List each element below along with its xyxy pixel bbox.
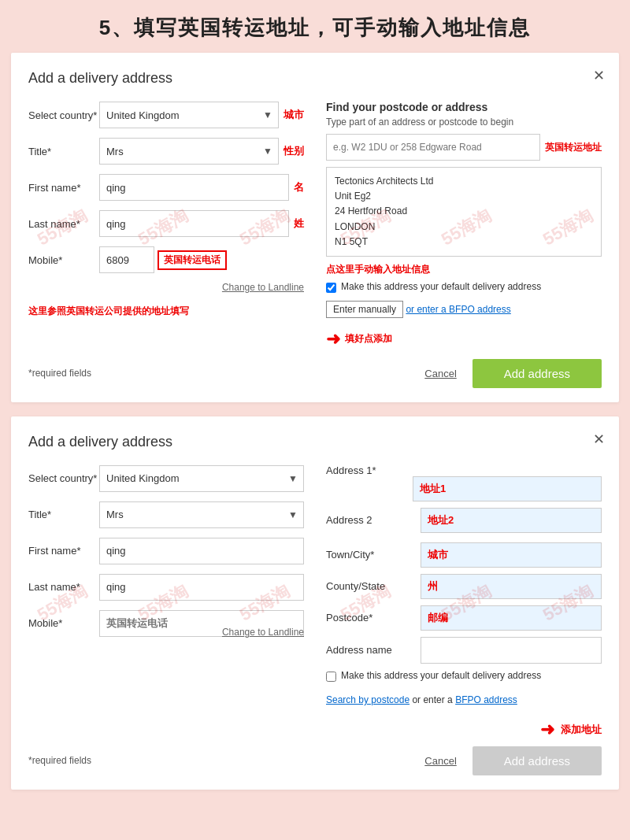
address-annotation: 点这里手动输入地址信息 — [326, 263, 602, 276]
firstname-row: First name* 名 — [28, 173, 304, 202]
card1-right: Find your postcode or address Type part … — [326, 101, 602, 353]
bottom-links: Search by postcode or enter a BFPO addre… — [326, 694, 602, 705]
mobile-input[interactable] — [99, 246, 154, 273]
country-select-2[interactable]: United Kingdom — [99, 465, 304, 492]
postcode-input[interactable] — [326, 134, 540, 161]
card2-footer-actions: Cancel Add address — [424, 746, 602, 775]
firstname-label-2: First name* — [28, 545, 99, 557]
bfpo-link[interactable]: or enter a BFPO address — [406, 304, 510, 315]
close-button-2[interactable]: ✕ — [593, 431, 605, 448]
close-button[interactable]: ✕ — [593, 67, 605, 84]
postcode-annotation: 英国转运地址 — [545, 141, 602, 154]
required-fields-1: *required fields — [28, 368, 91, 379]
card2-footer: *required fields Cancel Add address — [28, 746, 602, 775]
towncity-label: Town/City* — [326, 549, 413, 561]
default-checkbox-2[interactable] — [326, 672, 336, 682]
address-line5: N1 5QT — [335, 235, 593, 250]
addressname-label: Address name — [326, 644, 413, 656]
address2-label: Address 2 — [326, 514, 413, 526]
county-row: County/State 州 — [326, 574, 602, 599]
add-address-button-1[interactable]: Add address — [472, 359, 602, 388]
title-annotation: 性别 — [284, 144, 304, 158]
lastname-label-2: Last name* — [28, 581, 99, 593]
address-line2: Unit Eg2 — [335, 189, 593, 204]
addressname-input[interactable] — [421, 637, 602, 664]
change-landline-anchor-2[interactable]: Change to Landline — [222, 627, 304, 638]
card2-title: Add a delivery address — [28, 434, 602, 450]
title-label-2: Title* — [28, 509, 99, 520]
postcode-input-row: 英国转运地址 — [326, 134, 602, 161]
default-checkbox-row-2: Make this address your default delivery … — [326, 670, 602, 682]
cancel-button-1[interactable]: Cancel — [424, 368, 456, 379]
postcode-row: Postcode* 邮编 — [326, 605, 602, 631]
card2-right: Address 1* 地址1 Address 2 地址2 Town/City* … — [326, 464, 602, 712]
country-annotation: 城市 — [284, 108, 304, 122]
firstname-row-2: First name* — [28, 537, 304, 565]
card1-form-grid: Select country* United Kingdom ▼ 城市 Titl… — [28, 101, 602, 353]
postcode-subtitle: Type part of an address or postcode to b… — [326, 117, 602, 128]
enter-manually-button[interactable]: Enter manually — [326, 301, 403, 318]
default-checkbox-label: Make this address your default delivery … — [341, 281, 541, 292]
add-address-button-2[interactable]: Add address — [472, 746, 602, 775]
postcode-label: Postcode* — [326, 612, 413, 624]
card1-footer-actions: Cancel Add address — [424, 359, 602, 388]
address2-annotation-field: 地址2 — [421, 508, 602, 533]
address1-row: Address 1* — [326, 464, 602, 476]
address1-annotation-row: 地址1 — [326, 483, 602, 501]
card1-footer: *required fields Cancel Add address — [28, 359, 602, 388]
address-line3: 24 Hertford Road — [335, 204, 593, 219]
add-annotation-2: 添加地址 — [561, 723, 602, 737]
card1-title: Add a delivery address — [28, 70, 602, 87]
mobile-annotation: 英国转运电话 — [158, 250, 227, 270]
title-select-2[interactable]: Mrs — [99, 501, 304, 528]
country-select[interactable]: United Kingdom — [99, 102, 279, 128]
title-select-wrapper-2: Mrs ▼ — [99, 501, 304, 528]
title-select[interactable]: Mrs — [99, 138, 279, 165]
add-arrow-icon-2: ➜ — [540, 720, 554, 740]
add-arrow-annotation: 填好点添加 — [345, 332, 392, 346]
left-annotation: 这里参照英国转运公司提供的地址填写 — [28, 304, 304, 318]
lastname-input[interactable] — [99, 210, 289, 237]
search-postcode-link[interactable]: Search by postcode — [326, 694, 410, 705]
address-line1: Tectonics Architects Ltd — [335, 174, 593, 189]
card2: 55海淘 55海淘 55海淘 55海淘 55海淘 55海淘 Add a deli… — [11, 416, 619, 790]
country-row: Select country* United Kingdom ▼ 城市 — [28, 101, 304, 129]
add-annotation-row: ➜ 添加地址 — [28, 720, 602, 740]
postcode-annotation-field: 邮编 — [421, 605, 602, 631]
card2-form-grid: Select country* United Kingdom ▼ Title* … — [28, 464, 602, 712]
country-label: Select country* — [28, 109, 99, 121]
lastname-label: Last name* — [28, 218, 99, 230]
title-row: Title* Mrs ▼ 性别 — [28, 137, 304, 165]
county-label: County/State — [326, 580, 413, 592]
card1-left: Select country* United Kingdom ▼ 城市 Titl… — [28, 101, 304, 353]
title-row-2: Title* Mrs ▼ — [28, 501, 304, 529]
address-line4: LONDON — [335, 220, 593, 235]
towncity-row: Town/City* 城市 — [326, 542, 602, 568]
country-row-2: Select country* United Kingdom ▼ — [28, 464, 304, 493]
lastname-input-2[interactable] — [99, 574, 304, 601]
postcode-section-title: Find your postcode or address — [326, 101, 602, 113]
country-select-wrapper: United Kingdom ▼ — [99, 102, 279, 128]
country-label-2: Select country* — [28, 472, 99, 484]
mobile-row: Mobile* 英国转运电话 — [28, 246, 304, 274]
firstname-input-2[interactable] — [99, 538, 304, 564]
change-landline-anchor[interactable]: Change to Landline — [222, 282, 304, 293]
firstname-label: First name* — [28, 182, 99, 194]
cancel-button-2[interactable]: Cancel — [424, 755, 456, 767]
enter-manually-row: Enter manually or enter a BFPO address — [326, 301, 602, 318]
default-checkbox-row: Make this address your default delivery … — [326, 281, 602, 293]
default-checkbox-label-2: Make this address your default delivery … — [341, 670, 541, 681]
address2-row: Address 2 地址2 — [326, 508, 602, 533]
card2-footer-area: ➜ 添加地址 *required fields Cancel Add addre… — [28, 720, 602, 775]
bfpo-link-2[interactable]: BFPO address — [455, 694, 517, 705]
country-select-wrapper-2: United Kingdom ▼ — [99, 465, 304, 492]
card2-left: Select country* United Kingdom ▼ Title* … — [28, 464, 304, 712]
add-arrow-row: ➜ 填好点添加 — [326, 329, 602, 350]
page-title: 5、填写英国转运地址，可手动输入地址信息 — [0, 0, 630, 53]
mobile-label: Mobile* — [28, 254, 99, 266]
lastname-row-2: Last name* — [28, 573, 304, 601]
title-label: Title* — [28, 146, 99, 157]
towncity-annotation-field: 城市 — [421, 542, 602, 568]
firstname-input[interactable] — [99, 174, 289, 201]
default-checkbox[interactable] — [326, 283, 336, 293]
